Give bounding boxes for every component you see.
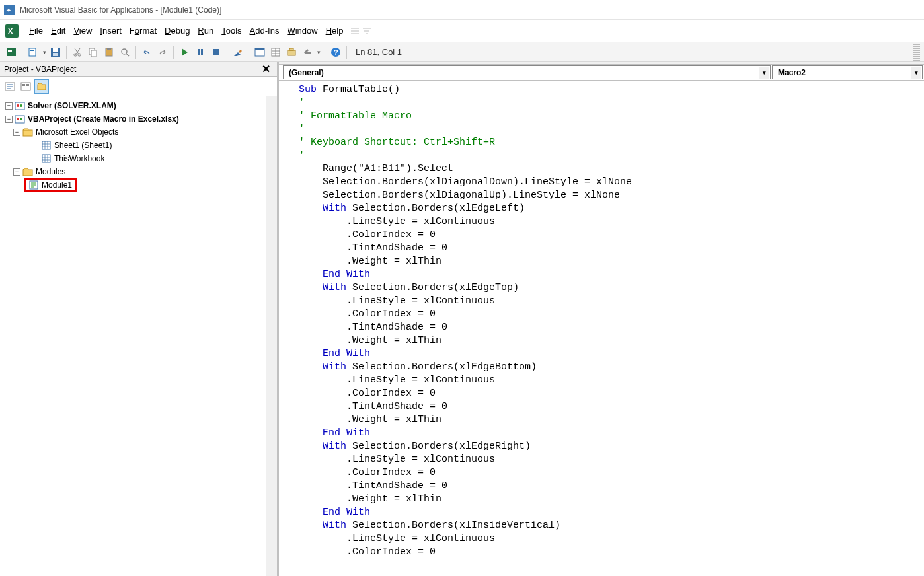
svg-rect-22 xyxy=(255,48,264,50)
app-icon: ✦ xyxy=(4,5,15,15)
highlighted-module: Module1 xyxy=(24,178,77,192)
svg-rect-24 xyxy=(288,50,295,55)
insert-module-dropdown[interactable]: ▾ xyxy=(42,49,47,55)
reset-icon[interactable] xyxy=(209,45,223,59)
svg-rect-25 xyxy=(289,48,293,50)
toolbox-dropdown[interactable]: ▾ xyxy=(316,49,321,55)
main-area: Project - VBAProject ✕ + Solver (SOLVER.… xyxy=(0,62,924,576)
project-explorer-icon[interactable] xyxy=(252,45,267,59)
menu-run[interactable]: Run xyxy=(194,23,217,38)
title-bar: ✦ Microsoft Visual Basic for Application… xyxy=(0,0,924,20)
menu-format[interactable]: Format xyxy=(126,23,161,38)
svg-rect-31 xyxy=(26,84,29,86)
project-tree-wrap: + Solver (SOLVER.XLAM) − VBAProject (Cre… xyxy=(0,96,277,576)
svg-rect-7 xyxy=(30,50,34,51)
view-object-icon[interactable] xyxy=(19,79,33,94)
svg-rect-40 xyxy=(42,141,50,149)
svg-rect-19 xyxy=(201,49,203,55)
tree-node-modules[interactable]: − Modules xyxy=(1,165,276,178)
svg-point-38 xyxy=(20,118,22,120)
menu-tools[interactable]: Tools xyxy=(217,23,245,38)
paste-icon[interactable] xyxy=(102,45,116,59)
design-mode-icon[interactable] xyxy=(231,45,245,59)
cursor-position: Ln 81, Col 1 xyxy=(356,47,402,57)
chevron-down-icon[interactable]: ▾ xyxy=(759,67,769,79)
tree-label: Sheet1 (Sheet1) xyxy=(54,139,112,152)
project-tree[interactable]: + Solver (SOLVER.XLAM) − VBAProject (Cre… xyxy=(0,96,277,194)
svg-rect-41 xyxy=(42,155,50,162)
find-icon[interactable] xyxy=(118,45,132,59)
redo-icon[interactable] xyxy=(155,45,170,59)
svg-rect-16 xyxy=(107,48,111,50)
menu-window[interactable]: Window xyxy=(283,23,321,38)
svg-rect-14 xyxy=(91,50,96,57)
menu-help[interactable]: Help xyxy=(322,23,348,38)
svg-rect-39 xyxy=(23,130,32,136)
code-selectors: (General) ▾ Macro2 ▾ xyxy=(279,65,924,81)
tree-node-thisworkbook[interactable]: ThisWorkbook xyxy=(1,152,276,165)
tree-label: ThisWorkbook xyxy=(54,152,104,165)
collapse-icon[interactable]: − xyxy=(5,116,13,123)
svg-rect-18 xyxy=(198,49,200,55)
excel-logo-icon: X xyxy=(5,24,19,38)
menu-bar: X File Edit View Insert Format Debug Run… xyxy=(0,20,924,42)
svg-rect-32 xyxy=(38,85,46,90)
properties-icon[interactable] xyxy=(268,45,283,59)
menu-view[interactable]: View xyxy=(69,23,96,38)
module-icon xyxy=(28,180,39,190)
menu-edit[interactable]: Edit xyxy=(47,23,69,38)
tree-node-solver[interactable]: + Solver (SOLVER.XLAM) xyxy=(1,99,276,112)
svg-text:?: ? xyxy=(334,48,338,56)
procedure-selector[interactable]: Macro2 ▾ xyxy=(772,65,923,79)
workbook-icon xyxy=(41,153,52,164)
menu-debug[interactable]: Debug xyxy=(161,23,194,38)
project-explorer-pane: Project - VBAProject ✕ + Solver (SOLVER.… xyxy=(0,62,278,576)
save-icon[interactable] xyxy=(48,45,63,59)
svg-rect-10 xyxy=(53,53,58,56)
menu-glyphs xyxy=(351,27,371,35)
undo-icon[interactable] xyxy=(139,45,154,59)
project-pane-title: Project - VBAProject ✕ xyxy=(0,62,277,77)
object-selector[interactable]: (General) ▾ xyxy=(283,65,771,79)
menu-file[interactable]: File xyxy=(25,23,47,38)
project-pane-title-text: Project - VBAProject xyxy=(4,65,76,74)
break-icon[interactable] xyxy=(193,45,208,59)
project-pane-toolbar xyxy=(0,77,277,96)
svg-text:✦: ✦ xyxy=(6,7,11,14)
tree-node-excel-objects[interactable]: − Microsoft Excel Objects xyxy=(1,126,276,139)
menu-insert[interactable]: Insert xyxy=(96,23,126,38)
close-icon[interactable]: ✕ xyxy=(259,63,273,75)
tree-node-vbaproject[interactable]: − VBAProject (Create Macro in Excel.xlsx… xyxy=(1,112,276,126)
svg-rect-6 xyxy=(29,48,36,56)
toggle-folders-icon[interactable] xyxy=(34,79,49,94)
copy-icon[interactable] xyxy=(86,45,100,59)
toolbar: ▾ ▾ ? Ln 81, Col 1 xyxy=(0,42,924,62)
svg-rect-29 xyxy=(21,83,30,90)
collapse-icon[interactable]: − xyxy=(13,129,20,136)
code-pane: (General) ▾ Macro2 ▾ Sub FormatTable() '… xyxy=(278,62,924,576)
code-editor[interactable]: Sub FormatTable() ' ' FormatTable Macro … xyxy=(279,81,924,576)
svg-text:X: X xyxy=(8,27,13,35)
svg-point-17 xyxy=(122,49,127,54)
svg-rect-20 xyxy=(213,49,219,55)
insert-module-icon[interactable] xyxy=(26,45,40,59)
object-browser-icon[interactable] xyxy=(284,45,299,59)
svg-rect-42 xyxy=(23,170,32,176)
help-icon[interactable]: ? xyxy=(328,45,343,59)
menu-addins[interactable]: Add-Ins xyxy=(246,23,284,38)
folder-icon xyxy=(22,166,33,177)
tree-node-module1[interactable]: Module1 xyxy=(1,178,276,192)
run-icon[interactable] xyxy=(177,45,192,59)
cut-icon[interactable] xyxy=(70,45,85,59)
tree-node-sheet1[interactable]: Sheet1 (Sheet1) xyxy=(1,139,276,152)
toolbar-grip xyxy=(913,44,920,61)
chevron-down-icon[interactable]: ▾ xyxy=(911,67,921,79)
view-excel-icon[interactable] xyxy=(4,45,19,59)
view-code-icon[interactable] xyxy=(3,79,17,94)
expand-icon[interactable]: + xyxy=(5,102,13,110)
project-icon xyxy=(15,114,25,124)
collapse-icon[interactable]: − xyxy=(13,168,20,176)
toolbox-icon[interactable] xyxy=(300,45,315,59)
project-scrollbar[interactable] xyxy=(266,96,277,576)
object-selector-value: (General) xyxy=(289,68,324,77)
